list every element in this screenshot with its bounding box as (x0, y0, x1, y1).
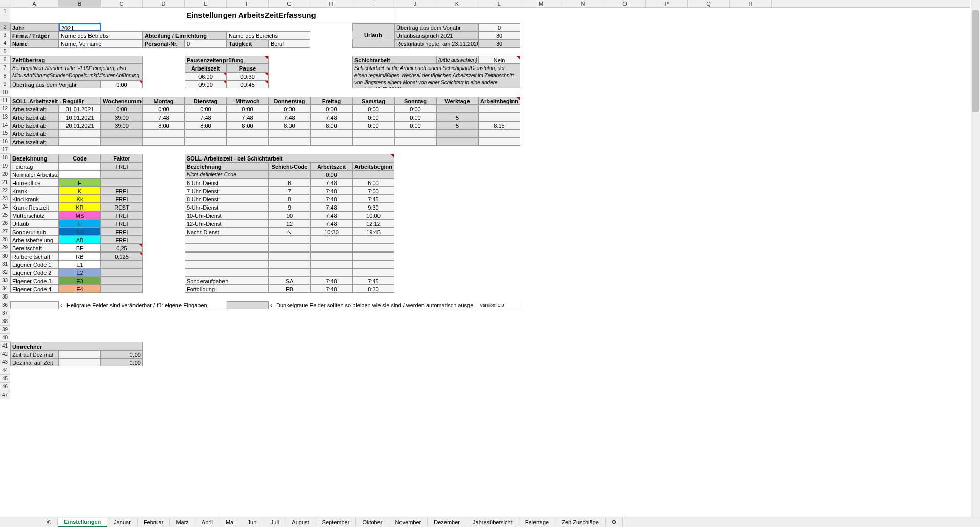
row-header-41[interactable]: 41 (0, 342, 10, 350)
schicht-empty[interactable] (269, 252, 310, 260)
soll-day[interactable]: 0:00 (143, 105, 185, 113)
soll-date[interactable]: 10.01.2021 (59, 113, 101, 121)
soll-day[interactable] (227, 138, 269, 146)
row-header-18[interactable]: 18 (0, 154, 10, 162)
val-uebertrag-vj[interactable]: 0 (478, 23, 520, 31)
schicht-az[interactable]: 10:30 (310, 227, 352, 236)
soll-date[interactable] (59, 138, 101, 146)
code-val[interactable]: KR (59, 203, 101, 211)
code-bez[interactable]: Arbeitsbefreiung (10, 236, 59, 244)
tab-november[interactable]: November (389, 518, 428, 526)
soll-day[interactable] (143, 129, 185, 138)
soll-day[interactable]: 0:00 (394, 113, 436, 121)
schicht-ab[interactable]: 7:00 (352, 187, 394, 195)
schicht-ab[interactable]: 12:12 (352, 219, 394, 227)
code-val[interactable]: MS (59, 211, 101, 219)
schicht-empty[interactable] (310, 260, 352, 268)
row-header-10[interactable]: 10 (0, 88, 10, 97)
schicht-empty[interactable] (310, 252, 352, 260)
col-header-P[interactable]: P (646, 0, 688, 7)
code-val[interactable]: RB (59, 252, 101, 260)
input-taetigkeit[interactable]: Beruf (269, 39, 310, 48)
row-header-3[interactable]: 3 (0, 31, 10, 39)
schicht-empty[interactable] (185, 244, 269, 252)
pause-arbeitszeit[interactable]: 09:00 (185, 80, 227, 88)
schicht-bez[interactable]: 6-Uhr-Dienst (185, 178, 269, 187)
code-val[interactable]: E2 (59, 268, 101, 277)
input-abteilung[interactable]: Name des Bereichs (227, 31, 310, 39)
row-header-31[interactable]: 31 (0, 260, 10, 268)
code-bez[interactable]: Sonderurlaub (10, 227, 59, 236)
soll-beginn[interactable] (478, 113, 520, 121)
input-uebertrag[interactable]: 0:00 (101, 80, 143, 88)
pause-val[interactable]: 00:45 (227, 80, 269, 88)
soll-day[interactable]: 7:48 (310, 113, 352, 121)
tab-jahresübersicht[interactable]: Jahresübersicht (466, 518, 519, 526)
code-val[interactable]: SU (59, 227, 101, 236)
code-val[interactable]: E3 (59, 277, 101, 285)
code-val[interactable]: BE (59, 244, 101, 252)
tab-juni[interactable]: Juni (241, 518, 264, 526)
row-header-7[interactable]: 7 (0, 64, 10, 72)
row-header-30[interactable]: 30 (0, 252, 10, 260)
soll-day[interactable] (352, 138, 394, 146)
soll-day[interactable]: 8:00 (185, 121, 227, 129)
code-bez[interactable]: Mutterschutz (10, 211, 59, 219)
input-personalnr[interactable]: 0 (185, 39, 227, 48)
schicht-empty[interactable] (352, 252, 394, 260)
soll-day[interactable] (394, 129, 436, 138)
row-header-13[interactable]: 13 (0, 113, 10, 121)
schicht-az[interactable]: 7:48 (310, 203, 352, 211)
row-header-14[interactable]: 14 (0, 121, 10, 129)
soll-beginn[interactable] (478, 105, 520, 113)
soll-day[interactable] (269, 138, 310, 146)
tab-einstellungen[interactable]: Einstellungen (58, 518, 107, 527)
schicht-az[interactable]: 7:48 (310, 211, 352, 219)
schicht-code[interactable]: 6 (269, 178, 310, 187)
col-header-K[interactable]: K (436, 0, 478, 7)
schicht-ab[interactable]: 6:00 (352, 178, 394, 187)
row-header-6[interactable]: 6 (0, 56, 10, 64)
code-val[interactable] (59, 162, 101, 170)
soll-date[interactable]: 01.01.2021 (59, 105, 101, 113)
row-header-46[interactable]: 46 (0, 383, 10, 391)
row-headers[interactable]: 1234567891011121314151617181920212223242… (0, 8, 10, 399)
soll-day[interactable]: 0:00 (394, 105, 436, 113)
row-header-24[interactable]: 24 (0, 203, 10, 211)
code-bez[interactable]: Homeoffice (10, 178, 59, 187)
schicht-az[interactable]: 7:48 (310, 219, 352, 227)
code-val[interactable] (59, 170, 101, 178)
schicht-code[interactable]: 7 (269, 187, 310, 195)
tab-oktober[interactable]: Oktober (356, 518, 389, 526)
soll-day[interactable]: 8:00 (143, 121, 185, 129)
schicht-empty[interactable] (185, 260, 269, 268)
schicht-bez[interactable]: 8-Uhr-Dienst (185, 195, 269, 203)
soll-day[interactable] (352, 129, 394, 138)
schicht-ab[interactable]: 7:45 (352, 277, 394, 285)
col-header-F[interactable]: F (227, 0, 269, 7)
schicht-ab[interactable]: 10:00 (352, 211, 394, 219)
schicht-empty[interactable] (269, 244, 310, 252)
soll-day[interactable]: 0:00 (352, 113, 394, 121)
code-bez[interactable]: Rufbereitschaft (10, 252, 59, 260)
soll-day[interactable]: 7:48 (227, 113, 269, 121)
soll-day[interactable]: 8:00 (227, 121, 269, 129)
col-header-G[interactable]: G (269, 0, 310, 7)
code-bez[interactable]: Normaler Arbeitsta (10, 170, 59, 178)
schicht-code[interactable]: 8 (269, 195, 310, 203)
tab-märz[interactable]: März (170, 518, 195, 526)
schicht-bez[interactable]: 10-Uhr-Dienst (185, 211, 269, 219)
input-firma[interactable]: Name des Betriebs (59, 31, 143, 39)
schicht-code[interactable]: 9 (269, 203, 310, 211)
input-jahr[interactable]: 2021 (59, 23, 101, 31)
schicht-code[interactable]: FB (269, 285, 310, 293)
row-header-37[interactable]: 37 (0, 309, 10, 317)
soll-day[interactable]: 0:00 (269, 105, 310, 113)
col-header-H[interactable]: H (310, 0, 352, 7)
schicht-ab[interactable]: 9:30 (352, 203, 394, 211)
soll-day[interactable]: 0:00 (227, 105, 269, 113)
tab-februar[interactable]: Februar (138, 518, 170, 526)
select-schicht[interactable]: Nein (478, 56, 520, 64)
code-val[interactable]: K (59, 187, 101, 195)
code-bez[interactable]: Eigener Code 4 (10, 285, 59, 293)
